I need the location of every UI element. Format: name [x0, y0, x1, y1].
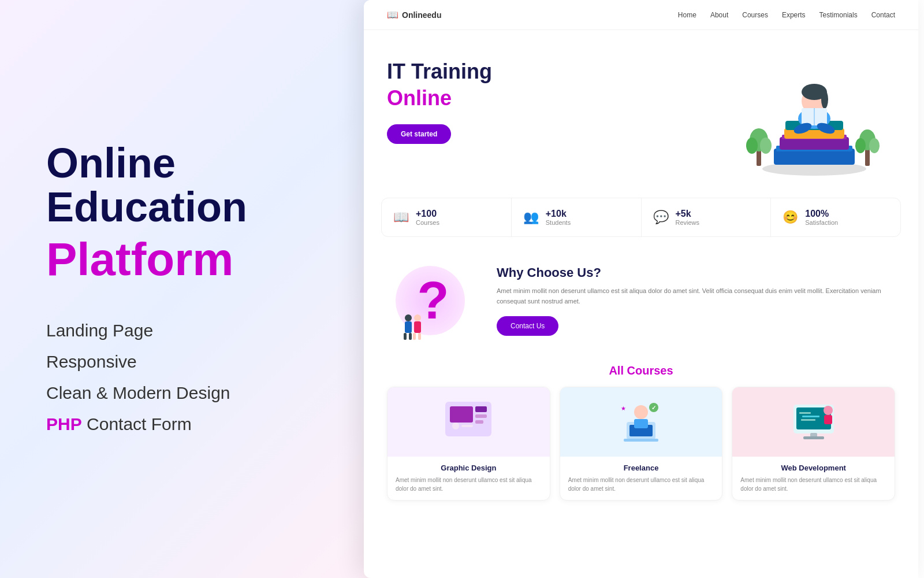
satisfaction-label: Satisfaction: [805, 219, 838, 226]
people-svg: [401, 312, 424, 341]
svg-point-23: [405, 314, 412, 321]
nav-links: Home About Courses Experts Testimonials …: [678, 11, 895, 19]
svg-rect-28: [414, 321, 421, 333]
course-card-graphic-design: Graphic Design Amet minim mollit non des…: [387, 387, 550, 501]
courses-title: All Courses: [387, 364, 895, 377]
title-platform: Platform: [46, 235, 323, 284]
feature-php-form: PHP Contact Form: [46, 412, 323, 436]
get-started-button[interactable]: Get started: [387, 124, 451, 144]
freelance-img: ✓ ★: [560, 387, 722, 457]
svg-rect-49: [802, 416, 819, 417]
why-text: Why Choose Us? Amet minim mollit non des…: [497, 265, 895, 335]
stat-students: 👥 +10k Students: [512, 198, 642, 236]
hero-illustration: [733, 53, 895, 180]
navbar: 📖 Onlineedu Home About Courses Experts T…: [364, 0, 918, 30]
feature-responsive: Responsive: [46, 350, 323, 374]
stat-courses: 📖 +100 Courses: [382, 198, 512, 236]
svg-point-51: [824, 406, 833, 415]
svg-rect-54: [803, 436, 824, 439]
feature-landing-page: Landing Page: [46, 318, 323, 343]
feature-clean-design: Clean & Modern Design: [46, 381, 323, 405]
hero-svg: [739, 56, 889, 177]
svg-rect-24: [405, 321, 412, 333]
nav-courses[interactable]: Courses: [742, 11, 768, 19]
course-card-freelance: ✓ ★ Freelance Amet minim mollit non dese…: [560, 387, 723, 501]
brand: 📖 Onlineedu: [387, 9, 441, 20]
hero-text: IT Training Online Get started: [387, 53, 722, 144]
svg-rect-34: [475, 414, 487, 418]
hero-title-line1: IT Training: [387, 59, 722, 84]
svg-rect-33: [475, 406, 487, 412]
main-title: Online Education: [46, 142, 323, 229]
why-title: Why Choose Us?: [497, 265, 895, 280]
webdev-desc: Amet minim mollit non deserunt ullamco e…: [740, 476, 886, 493]
courses-number: +100: [416, 209, 439, 219]
book-icon: 📖: [387, 9, 398, 20]
svg-rect-40: [624, 439, 658, 442]
stat-satisfaction: 😊 100% Satisfaction: [771, 198, 900, 236]
courses-label: Courses: [416, 219, 439, 226]
svg-point-21: [855, 138, 866, 153]
satisfaction-number: 100%: [805, 209, 838, 219]
freelance-title: Freelance: [568, 464, 714, 472]
svg-rect-26: [409, 333, 412, 340]
graphic-design-desc: Amet minim mollit non deserunt ullamco e…: [396, 476, 542, 493]
graphic-design-img: [388, 387, 550, 457]
students-label: Students: [546, 219, 571, 226]
svg-rect-48: [799, 412, 811, 414]
hero-title-line2: Online: [387, 86, 722, 110]
why-section: ? Why Choose Us? Amet minim mollit: [364, 249, 918, 353]
svg-point-18: [760, 138, 772, 154]
right-panel: 📖 Onlineedu Home About Courses Experts T…: [364, 0, 918, 578]
reviews-icon: 💬: [653, 210, 669, 225]
reviews-number: +5k: [676, 209, 700, 219]
svg-rect-42: [634, 419, 648, 428]
courses-icon: 📖: [393, 210, 409, 225]
courses-grid: Graphic Design Amet minim mollit non des…: [387, 387, 895, 501]
svg-rect-25: [404, 333, 407, 340]
svg-point-36: [452, 423, 459, 429]
svg-point-10: [821, 90, 828, 109]
svg-rect-35: [475, 420, 483, 424]
svg-rect-52: [824, 415, 832, 424]
svg-point-17: [746, 138, 758, 154]
svg-rect-37: [461, 425, 473, 427]
stats-row: 📖 +100 Courses 👥 +10k Students 💬 +5k Rev…: [381, 198, 901, 237]
svg-point-41: [634, 405, 648, 419]
hero-section: IT Training Online Get started: [364, 30, 918, 192]
why-description: Amet minim mollit non deserunt ullamco e…: [497, 286, 895, 306]
nav-testimonials[interactable]: Testimonials: [819, 11, 858, 19]
freelance-desc: Amet minim mollit non deserunt ullamco e…: [568, 476, 714, 493]
svg-text:✓: ✓: [651, 405, 656, 411]
courses-section: All Courses Graphic Desig: [364, 358, 918, 512]
nav-about[interactable]: About: [710, 11, 728, 19]
stat-reviews: 💬 +5k Reviews: [642, 198, 772, 236]
svg-rect-19: [865, 149, 870, 166]
nav-contact[interactable]: Contact: [871, 11, 895, 19]
course-card-webdev: Web Development Amet minim mollit non de…: [732, 387, 895, 501]
svg-rect-32: [450, 406, 473, 423]
webdev-img: [732, 387, 895, 457]
webdev-title: Web Development: [740, 464, 886, 472]
contact-us-button[interactable]: Contact Us: [497, 316, 558, 336]
title-line2: Education: [46, 184, 247, 230]
left-panel: Online Education Platform Landing Page R…: [0, 0, 370, 578]
title-line1: Online: [46, 140, 176, 186]
svg-point-27: [414, 314, 421, 321]
nav-experts[interactable]: Experts: [782, 11, 806, 19]
feature-list: Landing Page Responsive Clean & Modern D…: [46, 318, 323, 436]
reviews-label: Reviews: [676, 219, 700, 226]
svg-text:★: ★: [621, 405, 626, 412]
nav-home[interactable]: Home: [678, 11, 696, 19]
php-highlight: PHP: [46, 414, 82, 433]
students-icon: 👥: [523, 210, 539, 225]
svg-rect-30: [418, 333, 421, 340]
graphic-design-title: Graphic Design: [396, 464, 542, 472]
students-number: +10k: [546, 209, 571, 219]
svg-point-22: [869, 138, 880, 153]
brand-name: Onlineedu: [402, 10, 441, 20]
satisfaction-icon: 😊: [783, 210, 798, 225]
svg-rect-29: [413, 333, 416, 340]
svg-rect-50: [801, 419, 815, 421]
why-illustration: ?: [387, 260, 479, 341]
